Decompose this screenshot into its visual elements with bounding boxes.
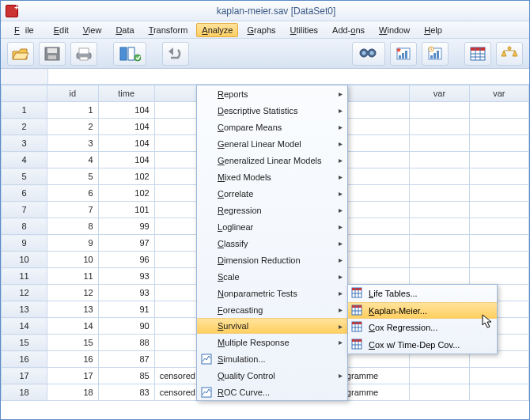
row-header[interactable]: 2 bbox=[2, 119, 47, 135]
toolbar-print-button[interactable] bbox=[70, 42, 97, 66]
cell-var[interactable] bbox=[410, 235, 469, 252]
cell-var[interactable] bbox=[410, 384, 469, 401]
analyze-item-scale[interactable]: Scale bbox=[197, 268, 347, 285]
cell-var[interactable] bbox=[410, 119, 469, 135]
cell-var[interactable] bbox=[469, 135, 528, 152]
row-header[interactable]: 18 bbox=[2, 384, 47, 401]
analyze-item-classify[interactable]: Classify bbox=[197, 235, 347, 252]
cell-var[interactable] bbox=[469, 368, 528, 384]
column-header-var1[interactable]: var bbox=[410, 85, 469, 102]
row-header[interactable]: 9 bbox=[2, 235, 47, 252]
cell-var[interactable] bbox=[410, 218, 469, 235]
row-header[interactable]: 3 bbox=[2, 135, 47, 152]
menu-graphs[interactable]: Graphs bbox=[241, 23, 281, 37]
analyze-item-nonparametric-tests[interactable]: Nonparametric Tests bbox=[197, 285, 347, 301]
row-header[interactable]: 14 bbox=[2, 318, 47, 335]
analyze-item-forecasting[interactable]: Forecasting bbox=[197, 301, 347, 318]
cell-time[interactable]: 93 bbox=[98, 285, 154, 301]
cell-var[interactable] bbox=[410, 202, 469, 218]
column-header-id[interactable]: id bbox=[47, 85, 99, 102]
menu-help[interactable]: Help bbox=[418, 23, 448, 37]
cell-time[interactable]: 91 bbox=[98, 301, 154, 318]
cell-var[interactable] bbox=[469, 168, 528, 185]
survival-item-kaplan-meier[interactable]: Kaplan-Meier... bbox=[348, 302, 497, 319]
column-header-time[interactable]: time bbox=[98, 85, 154, 102]
cell-time[interactable]: 104 bbox=[98, 119, 154, 135]
toolbar-find-button[interactable] bbox=[352, 42, 385, 66]
row-header[interactable]: 1 bbox=[2, 102, 47, 119]
analyze-item-loglinear[interactable]: Loglinear bbox=[197, 218, 347, 235]
corner-header[interactable] bbox=[2, 85, 47, 102]
toolbar-chart-clock-button[interactable] bbox=[422, 42, 449, 66]
cell-time[interactable]: 102 bbox=[98, 168, 154, 185]
toolbar-open-button[interactable] bbox=[7, 42, 34, 66]
cell-var[interactable] bbox=[410, 168, 469, 185]
cell-id[interactable]: 17 bbox=[47, 368, 99, 384]
toolbar-save-button[interactable] bbox=[39, 42, 66, 66]
survival-item-cox-regression[interactable]: Cox Regression... bbox=[348, 319, 497, 336]
row-header[interactable]: 12 bbox=[2, 285, 47, 301]
cell-value-display[interactable] bbox=[48, 69, 529, 84]
cell-var[interactable] bbox=[410, 102, 469, 119]
toolbar-chart-star-button[interactable] bbox=[390, 42, 417, 66]
cell-id[interactable]: 5 bbox=[47, 168, 99, 185]
cell-var[interactable] bbox=[469, 384, 528, 401]
cell-var[interactable] bbox=[469, 202, 528, 218]
cell-time[interactable]: 85 bbox=[98, 368, 154, 384]
cell-var[interactable] bbox=[410, 368, 469, 384]
cell-id[interactable]: 12 bbox=[47, 285, 99, 301]
cell-id[interactable]: 18 bbox=[47, 384, 99, 401]
column-header-var2[interactable]: var bbox=[469, 85, 528, 102]
cell-id[interactable]: 10 bbox=[47, 252, 99, 268]
menu-window[interactable]: Window bbox=[373, 23, 415, 37]
row-header[interactable]: 13 bbox=[2, 301, 47, 318]
cell-id[interactable]: 4 bbox=[47, 152, 99, 168]
analyze-item-compare-means[interactable]: Compare Means bbox=[197, 119, 347, 135]
cell-time[interactable]: 96 bbox=[98, 252, 154, 268]
cell-id[interactable]: 1 bbox=[47, 102, 99, 119]
row-header[interactable]: 15 bbox=[2, 335, 47, 351]
menu-edit[interactable]: Edit bbox=[48, 23, 74, 37]
menu-view[interactable]: View bbox=[78, 23, 108, 37]
analyze-item-multiple-response[interactable]: Multiple Response bbox=[197, 334, 347, 350]
row-header[interactable]: 8 bbox=[2, 218, 47, 235]
cell-id[interactable]: 14 bbox=[47, 318, 99, 335]
cell-id[interactable]: 7 bbox=[47, 202, 99, 218]
cell-var[interactable] bbox=[469, 185, 528, 202]
cell-time[interactable]: 83 bbox=[98, 384, 154, 401]
cell-time[interactable]: 90 bbox=[98, 318, 154, 335]
cell-time[interactable]: 104 bbox=[98, 135, 154, 152]
row-header[interactable]: 6 bbox=[2, 185, 47, 202]
cell-id[interactable]: 15 bbox=[47, 335, 99, 351]
cell-time[interactable]: 101 bbox=[98, 202, 154, 218]
analyze-item-roc-curve[interactable]: ROC Curve... bbox=[197, 384, 347, 400]
cell-var[interactable] bbox=[469, 152, 528, 168]
cell-var[interactable] bbox=[410, 185, 469, 202]
analyze-item-dimension-reduction[interactable]: Dimension Reduction bbox=[197, 252, 347, 268]
cell-id[interactable]: 2 bbox=[47, 119, 99, 135]
row-header[interactable]: 5 bbox=[2, 168, 47, 185]
cell-time[interactable]: 93 bbox=[98, 268, 154, 285]
row-header[interactable]: 16 bbox=[2, 351, 47, 368]
toolbar-variables-button[interactable] bbox=[113, 42, 146, 66]
cell-var[interactable] bbox=[469, 218, 528, 235]
cell-var[interactable] bbox=[469, 119, 528, 135]
cell-var[interactable] bbox=[469, 268, 528, 285]
cell-time[interactable]: 97 bbox=[98, 235, 154, 252]
survival-item-cox-w-time-dep-cov[interactable]: Cox w/ Time-Dep Cov... bbox=[348, 336, 497, 354]
cell-time[interactable]: 88 bbox=[98, 335, 154, 351]
cell-id[interactable]: 8 bbox=[47, 218, 99, 235]
cell-id[interactable]: 6 bbox=[47, 185, 99, 202]
row-header[interactable]: 7 bbox=[2, 202, 47, 218]
analyze-item-regression[interactable]: Regression bbox=[197, 202, 347, 218]
cell-var[interactable] bbox=[410, 252, 469, 268]
cell-var[interactable] bbox=[410, 152, 469, 168]
cell-id[interactable]: 16 bbox=[47, 351, 99, 368]
menu-data[interactable]: Data bbox=[110, 23, 139, 37]
menu-transform[interactable]: Transform bbox=[143, 23, 194, 37]
cell-var[interactable] bbox=[469, 252, 528, 268]
analyze-item-general-linear-model[interactable]: General Linear Model bbox=[197, 135, 347, 152]
cell-time[interactable]: 104 bbox=[98, 102, 154, 119]
analyze-item-quality-control[interactable]: Quality Control bbox=[197, 367, 347, 384]
cell-id[interactable]: 9 bbox=[47, 235, 99, 252]
